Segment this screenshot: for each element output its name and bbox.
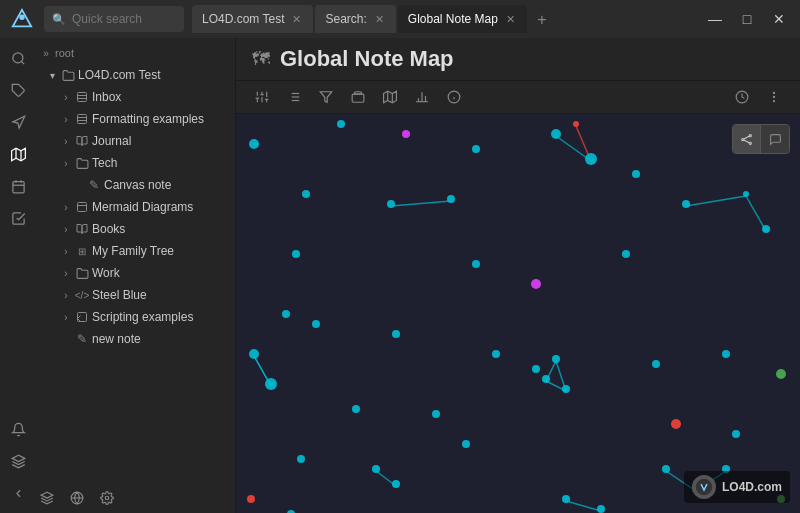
tree-item-inbox[interactable]: › Inbox — [36, 86, 235, 108]
svg-point-87 — [682, 200, 690, 208]
tab-lo4d[interactable]: LO4D.com Test ✕ — [192, 5, 313, 33]
map-canvas[interactable]: LO4D.com — [236, 114, 800, 513]
root-label: root — [55, 47, 74, 59]
collapse-sidebar-button[interactable] — [4, 479, 32, 507]
svg-point-79 — [472, 145, 480, 153]
svg-point-88 — [743, 191, 749, 197]
tree-item-steelblue[interactable]: › </> Steel Blue — [36, 284, 235, 306]
tree-item-books-label: Books — [92, 222, 125, 236]
tree-item-inbox-label: Inbox — [92, 90, 121, 104]
tab-label: Search: — [325, 12, 366, 26]
svg-marker-6 — [11, 148, 25, 161]
tree-item-lo4d[interactable]: ▾ LO4D.com Test — [36, 64, 235, 86]
tree-item-scripting[interactable]: › Scripting examples — [36, 306, 235, 328]
tree-item-tech[interactable]: › Tech — [36, 152, 235, 174]
sidebar-item-calendar[interactable] — [4, 172, 32, 200]
tab-close-2[interactable]: ✕ — [504, 12, 517, 27]
svg-point-55 — [773, 96, 774, 97]
svg-point-96 — [265, 378, 277, 390]
svg-point-115 — [662, 465, 670, 473]
watermark: LO4D.com — [684, 471, 790, 503]
sidebar-item-extensions[interactable] — [4, 447, 32, 475]
sidebar-item-map[interactable] — [4, 140, 32, 168]
svg-point-25 — [105, 496, 109, 500]
filter-toolbar-button[interactable] — [312, 85, 340, 109]
tree-item-familytree-label: My Family Tree — [92, 244, 174, 258]
sidebar-item-tags[interactable] — [4, 76, 32, 104]
expand-root-arrow: » — [40, 47, 52, 59]
layers-button[interactable] — [36, 487, 58, 509]
svg-point-1 — [20, 15, 24, 19]
svg-point-95 — [249, 349, 259, 359]
tab-close-1[interactable]: ✕ — [373, 12, 386, 27]
svg-point-84 — [302, 190, 310, 198]
svg-point-109 — [462, 440, 470, 448]
books-icon — [75, 222, 89, 236]
tree-item-formatting-label: Formatting examples — [92, 112, 204, 126]
search-bar[interactable]: 🔍 — [44, 6, 184, 32]
maximize-button[interactable]: □ — [734, 9, 760, 29]
note-icon-3 — [75, 200, 89, 214]
globe-button[interactable] — [66, 487, 88, 509]
scripting-icon — [75, 310, 89, 324]
tree-item-familytree[interactable]: › ⊞ My Family Tree — [36, 240, 235, 262]
svg-point-123 — [696, 479, 713, 496]
svg-marker-5 — [12, 116, 24, 128]
svg-rect-42 — [352, 94, 364, 102]
tab-global-map[interactable]: Global Note Map ✕ — [398, 5, 527, 33]
svg-point-83 — [632, 170, 640, 178]
stack-toolbar-button[interactable] — [344, 85, 372, 109]
watermark-text: LO4D.com — [722, 480, 782, 494]
folder-icon-2 — [75, 156, 89, 170]
main-area: » root ▾ LO4D.com Test › Inbox › Formatt… — [0, 38, 800, 513]
list-toolbar-button[interactable] — [280, 85, 308, 109]
tree-item-journal[interactable]: › Journal — [36, 130, 235, 152]
settings-button[interactable] — [96, 487, 118, 509]
tab-search[interactable]: Search: ✕ — [315, 5, 395, 33]
svg-marker-41 — [320, 92, 332, 103]
svg-line-66 — [746, 196, 766, 231]
chart-toolbar-button[interactable] — [408, 85, 436, 109]
svg-point-76 — [249, 139, 259, 149]
svg-point-112 — [297, 455, 305, 463]
svg-rect-9 — [12, 181, 23, 192]
tree-item-mermaid[interactable]: › Mermaid Diagrams — [36, 196, 235, 218]
expand-books-arrow: › — [60, 223, 72, 235]
svg-point-91 — [472, 260, 480, 268]
tree-item-newnote[interactable]: › ✎ new note — [36, 328, 235, 350]
tree-item-steelblue-label: Steel Blue — [92, 288, 147, 302]
history-toolbar-button[interactable] — [728, 85, 756, 109]
close-button[interactable]: ✕ — [766, 9, 792, 29]
expand-inbox-arrow: › — [60, 91, 72, 103]
tree-item-canvas-label: Canvas note — [104, 178, 171, 192]
tab-label: LO4D.com Test — [202, 12, 284, 26]
tree-item-canvas[interactable]: › ✎ Canvas note — [36, 174, 235, 196]
svg-rect-19 — [78, 203, 87, 212]
sliders-toolbar-button[interactable] — [248, 85, 276, 109]
tree-item-books[interactable]: › Books — [36, 218, 235, 240]
tree-item-work[interactable]: › Work — [36, 262, 235, 284]
add-tab-button[interactable]: + — [529, 7, 555, 33]
svg-point-54 — [773, 92, 774, 93]
svg-point-100 — [542, 375, 550, 383]
svg-point-80 — [551, 129, 561, 139]
sidebar-item-search[interactable] — [4, 44, 32, 72]
expand-mermaid-arrow: › — [60, 201, 72, 213]
sidebar-item-notifications[interactable] — [4, 415, 32, 443]
tree-item-formatting[interactable]: › Formatting examples — [36, 108, 235, 130]
tree-root[interactable]: » root — [36, 42, 235, 64]
more-toolbar-button[interactable] — [760, 85, 788, 109]
svg-point-94 — [282, 310, 290, 318]
map-toolbar-button[interactable] — [376, 85, 404, 109]
info-toolbar-button[interactable] — [440, 85, 468, 109]
note-icon-2 — [75, 112, 89, 126]
expand-formatting-arrow: › — [60, 113, 72, 125]
sidebar-item-tasks[interactable] — [4, 204, 32, 232]
svg-point-106 — [776, 369, 786, 379]
sidebar-item-navigate[interactable] — [4, 108, 32, 136]
tab-close-0[interactable]: ✕ — [290, 12, 303, 27]
svg-point-107 — [352, 405, 360, 413]
minimize-button[interactable]: — — [702, 9, 728, 29]
expand-work-arrow: › — [60, 267, 72, 279]
search-input[interactable] — [72, 12, 172, 26]
